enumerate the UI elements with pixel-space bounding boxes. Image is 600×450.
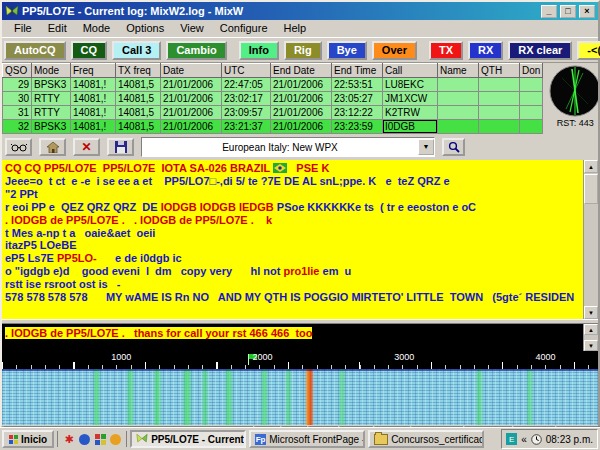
tray-app-icon[interactable]: E: [506, 433, 517, 445]
table-row[interactable]: 32BPSK314081,!14081,521/01/200623:21:372…: [3, 120, 543, 134]
cell-qth[interactable]: [479, 106, 520, 120]
macro-button-rig[interactable]: Rig: [284, 41, 322, 60]
column-header-qso[interactable]: QSO: [3, 64, 32, 78]
log-table-body[interactable]: 29BPSK314081,!14081,521/01/200622:47:052…: [3, 78, 543, 134]
cell-utc[interactable]: 23:09:57: [222, 106, 271, 120]
cell-qso[interactable]: 32: [3, 120, 32, 134]
macro-button-autocq[interactable]: AutoCQ: [4, 41, 66, 60]
task-button-concursos-certificados[interactable]: Concursos_certificados: [368, 430, 484, 448]
log-table-header[interactable]: QSOModeFreqTX freqDateUTCEnd DateEnd Tim…: [3, 64, 543, 78]
cell-end-date[interactable]: 21/01/2006: [271, 106, 332, 120]
cell-end-time[interactable]: 22:53:51: [332, 78, 383, 92]
macro-button-cambio[interactable]: Cambio: [166, 41, 226, 60]
rx-window[interactable]: CQ CQ PP5/LO7E PP5/LO7E IOTA SA-026 BRAZ…: [2, 160, 598, 319]
task-button-microsoft-frontpage-f[interactable]: FpMicrosoft FrontPage - F:\: [249, 430, 365, 448]
cell-tx-freq[interactable]: 14081,5: [116, 78, 161, 92]
task-button-pp5-lo7e-current[interactable]: PP5/LO7E - Current...: [130, 430, 246, 448]
macro-button-bye[interactable]: Bye: [327, 41, 367, 60]
eyeglasses-icon[interactable]: [5, 138, 32, 156]
column-header-utc[interactable]: UTC: [222, 64, 271, 78]
macro-button-cq[interactable]: CQ: [71, 41, 108, 60]
column-header-end-time[interactable]: End Time: [332, 64, 383, 78]
menu-options[interactable]: Options: [118, 21, 172, 36]
cell-end-date[interactable]: 21/01/2006: [271, 92, 332, 106]
cell-name[interactable]: [438, 92, 479, 106]
cell-utc[interactable]: 23:21:37: [222, 120, 271, 134]
column-header-qth[interactable]: QTH: [479, 64, 520, 78]
menu-file[interactable]: File: [6, 21, 40, 36]
column-header-name[interactable]: Name: [438, 64, 479, 78]
cell-don[interactable]: [520, 120, 543, 134]
cell-date[interactable]: 21/01/2006: [161, 106, 222, 120]
save-icon[interactable]: [107, 138, 134, 156]
cell-end-time[interactable]: 23:12:22: [332, 106, 383, 120]
cell-qso[interactable]: 30: [3, 92, 32, 106]
column-header-tx-freq[interactable]: TX freq: [116, 64, 161, 78]
cell-date[interactable]: 21/01/2006: [161, 92, 222, 106]
table-row[interactable]: 30RTTY14081,!14081,521/01/200623:02:1721…: [3, 92, 543, 106]
cell-date[interactable]: 21/01/2006: [161, 120, 222, 134]
cell-name[interactable]: [438, 120, 479, 134]
minimize-button[interactable]: _: [541, 5, 557, 18]
macro-button-rx-clear[interactable]: RX clear: [508, 41, 572, 60]
column-header-date[interactable]: Date: [161, 64, 222, 78]
macro-button-btn[interactable]: -<((((°>: [577, 41, 600, 60]
home-icon[interactable]: [39, 138, 66, 156]
macro-button-tx[interactable]: TX: [429, 41, 463, 60]
cell-qth[interactable]: [479, 120, 520, 134]
cell-mode[interactable]: RTTY: [32, 106, 71, 120]
quicklaunch-red-star-icon[interactable]: ✱: [63, 433, 75, 445]
cell-date[interactable]: 21/01/2006: [161, 78, 222, 92]
cell-utc[interactable]: 22:47:05: [222, 78, 271, 92]
table-row[interactable]: 29BPSK314081,!14081,521/01/200622:47:052…: [3, 78, 543, 92]
cell-qth[interactable]: [479, 78, 520, 92]
cell-freq[interactable]: 14081,!: [71, 78, 116, 92]
tx-window[interactable]: . IODGB de PP5/LO7E . thans for call you…: [2, 324, 598, 351]
macro-button-call-3[interactable]: Call 3: [112, 41, 161, 60]
cell-utc[interactable]: 23:02:17: [222, 92, 271, 106]
cell-end-time[interactable]: 23:05:27: [332, 92, 383, 106]
cell-qso[interactable]: 29: [3, 78, 32, 92]
quicklaunch-orange-app-icon[interactable]: [110, 434, 121, 445]
cell-don[interactable]: [520, 106, 543, 120]
table-row[interactable]: 31RTTY14081,!14081,521/01/200623:09:5721…: [3, 106, 543, 120]
quicklaunch-blue-app-icon[interactable]: [79, 434, 90, 445]
menu-edit[interactable]: Edit: [40, 21, 75, 36]
menu-view[interactable]: View: [172, 21, 212, 36]
search-icon[interactable]: [442, 138, 465, 156]
column-header-don[interactable]: Don: [520, 64, 543, 78]
clock-icon[interactable]: [531, 434, 542, 445]
column-header-freq[interactable]: Freq: [71, 64, 116, 78]
cell-mode[interactable]: BPSK3: [32, 78, 71, 92]
cell-end-date[interactable]: 21/01/2006: [271, 120, 332, 134]
close-button[interactable]: ×: [579, 5, 595, 18]
menu-configure[interactable]: Configure: [212, 21, 276, 36]
waterfall-display[interactable]: [2, 369, 598, 425]
cell-call[interactable]: K2TRW: [383, 106, 438, 120]
macro-button-over[interactable]: Over: [372, 41, 417, 60]
log-select-combobox[interactable]: European Italy: New WPX ▼: [141, 137, 435, 157]
cell-end-time[interactable]: 23:23:59: [332, 120, 383, 134]
cell-freq[interactable]: 14081,!: [71, 92, 116, 106]
log-table[interactable]: QSOModeFreqTX freqDateUTCEnd DateEnd Tim…: [2, 63, 543, 134]
menu-mode[interactable]: Mode: [75, 21, 119, 36]
quicklaunch-grid-app-icon[interactable]: [94, 433, 106, 445]
cell-call[interactable]: JM1XCW: [383, 92, 438, 106]
cell-don[interactable]: [520, 92, 543, 106]
cell-call[interactable]: LU8EKC: [383, 78, 438, 92]
maximize-button[interactable]: □: [560, 5, 576, 18]
cell-tx-freq[interactable]: 14081,5: [116, 120, 161, 134]
cell-freq[interactable]: 14081,!: [71, 120, 116, 134]
tx-scrollbar[interactable]: ▲ ▼: [583, 324, 598, 351]
rx-scrollbar[interactable]: ▲ ▼: [583, 160, 598, 319]
start-button[interactable]: Inicio: [2, 430, 54, 448]
cell-name[interactable]: [438, 106, 479, 120]
column-header-mode[interactable]: Mode: [32, 64, 71, 78]
cell-tx-freq[interactable]: 14081,5: [116, 92, 161, 106]
cell-freq[interactable]: 14081,!: [71, 106, 116, 120]
cell-name[interactable]: [438, 78, 479, 92]
cell-don[interactable]: [520, 78, 543, 92]
delete-icon[interactable]: ✕: [73, 138, 100, 156]
column-header-call[interactable]: Call: [383, 64, 438, 78]
chevron-down-icon[interactable]: ▼: [418, 139, 434, 155]
